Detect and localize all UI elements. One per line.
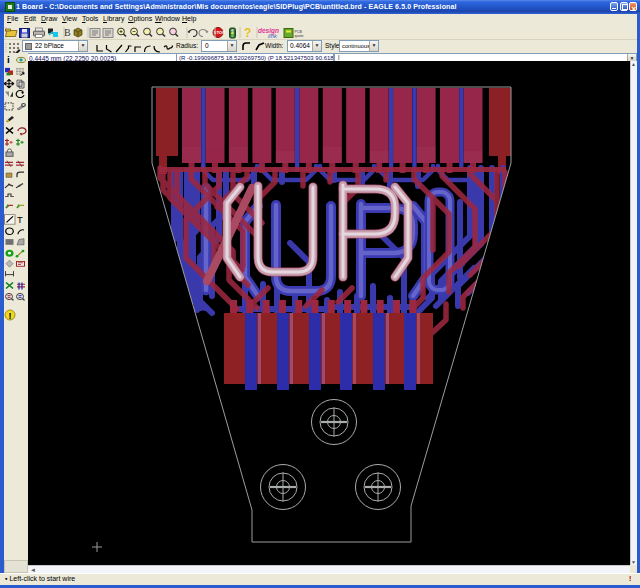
svg-text:i: i xyxy=(7,55,10,65)
svg-text:quote: quote xyxy=(295,34,304,38)
svg-text:B: B xyxy=(64,27,71,38)
svg-text:!: ! xyxy=(9,311,12,321)
svg-text:T: T xyxy=(17,215,23,224)
svg-text:↗: ↗ xyxy=(19,70,25,77)
svg-text:link: link xyxy=(268,33,278,39)
svg-text:?: ? xyxy=(244,26,251,40)
